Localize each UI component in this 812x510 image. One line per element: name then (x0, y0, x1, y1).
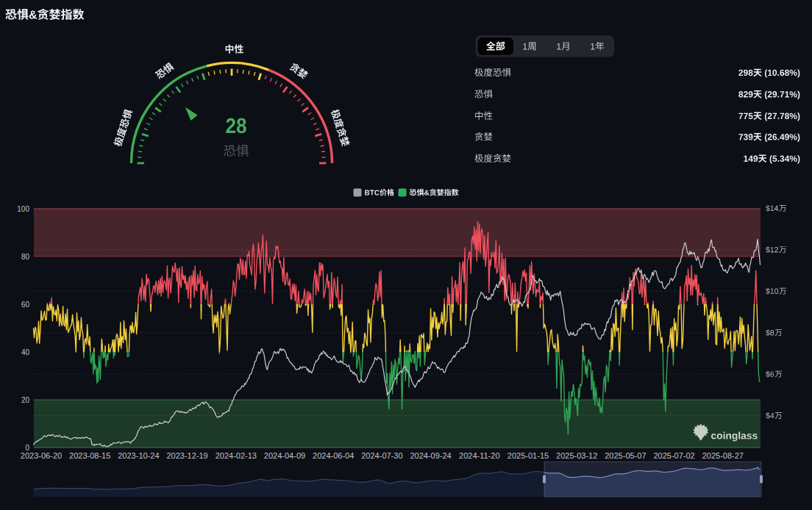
svg-text:2025-03-12: 2025-03-12 (556, 451, 597, 460)
svg-text:2024-06-04: 2024-06-04 (313, 451, 354, 460)
svg-text:2023-10-24: 2023-10-24 (118, 451, 159, 460)
svg-text:2023-08-15: 2023-08-15 (69, 451, 110, 460)
svg-text:2023-06-20: 2023-06-20 (21, 451, 62, 460)
svg-text:2024-07-30: 2024-07-30 (361, 451, 402, 460)
svg-text:40: 40 (21, 348, 30, 356)
svg-text:60: 60 (21, 301, 30, 309)
svg-text:2024-11-20: 2024-11-20 (459, 451, 499, 460)
svg-text:100: 100 (17, 205, 29, 213)
svg-text:2025-08-27: 2025-08-27 (702, 451, 744, 460)
svg-text:2025-05-07: 2025-05-07 (605, 451, 646, 460)
svg-text:2024-04-09: 2024-04-09 (264, 451, 305, 460)
svg-text:2023-12-19: 2023-12-19 (166, 451, 207, 460)
svg-text:2024-09-24: 2024-09-24 (410, 451, 451, 460)
svg-text:2024-02-13: 2024-02-13 (216, 451, 257, 460)
svg-text:20: 20 (21, 396, 30, 404)
svg-text:2025-01-15: 2025-01-15 (508, 451, 549, 460)
svg-text:2025-07-02: 2025-07-02 (653, 451, 694, 460)
svg-text:80: 80 (21, 253, 30, 261)
svg-text:0: 0 (25, 444, 29, 452)
